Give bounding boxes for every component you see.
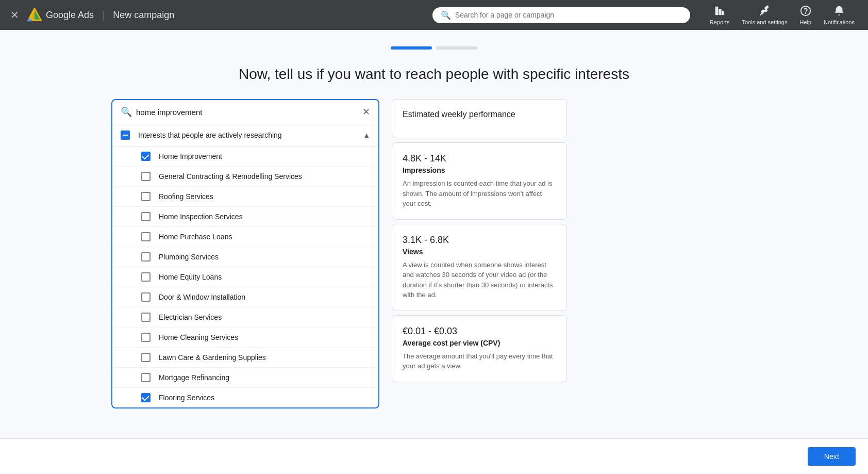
category-label: Interests that people are actively resea… xyxy=(138,131,363,139)
interest-label: Home Equity Loans xyxy=(159,273,222,281)
performance-title: Estimated weekly performance xyxy=(403,110,556,119)
impressions-label: Impressions xyxy=(403,166,556,174)
interest-checkbox[interactable] xyxy=(141,373,151,382)
search-input[interactable] xyxy=(455,11,682,19)
reports-icon xyxy=(714,5,725,18)
interest-label: Home Purchase Loans xyxy=(159,233,232,241)
notifications-button[interactable]: Notifications xyxy=(819,3,860,27)
list-item[interactable]: Roofing Services xyxy=(112,187,378,207)
category-row[interactable]: Interests that people are actively resea… xyxy=(112,124,378,146)
list-item[interactable]: Plumbing Services xyxy=(112,247,378,267)
cpv-label: Average cost per view (CPV) xyxy=(403,339,556,347)
interest-label: Mortgage Refinancing xyxy=(159,373,229,382)
views-desc: A view is counted when someone shows int… xyxy=(403,260,556,300)
app-name: Google Ads xyxy=(46,10,94,21)
list-item[interactable]: Home Cleaning Services xyxy=(112,328,378,348)
svg-rect-6 xyxy=(719,9,722,15)
interest-checkbox[interactable] xyxy=(141,252,151,261)
interest-checkbox[interactable] xyxy=(141,353,151,362)
notifications-icon xyxy=(833,5,845,18)
list-item[interactable]: Electrician Services xyxy=(112,307,378,328)
bottom-action-bar: Next xyxy=(0,438,868,474)
interest-checkbox[interactable] xyxy=(141,272,151,282)
list-item[interactable]: Home Equity Loans xyxy=(112,267,378,287)
search-icon: 🔍 xyxy=(441,10,451,20)
interest-label: Door & Window Installation xyxy=(159,293,245,301)
campaign-name: New campaign xyxy=(113,10,174,21)
interest-label: Home Improvement xyxy=(159,152,222,160)
interest-list: Home ImprovementGeneral Contracting & Re… xyxy=(112,146,378,407)
close-icon: ✕ xyxy=(10,9,19,21)
reports-button[interactable]: Reports xyxy=(705,3,735,27)
interest-checkbox[interactable] xyxy=(141,192,151,201)
interest-checkbox[interactable] xyxy=(141,313,151,322)
svg-point-9 xyxy=(805,13,806,13)
nav-actions: Reports Tools and settings Help Notifica… xyxy=(705,3,860,27)
views-value: 3.1K - 6.8K xyxy=(403,235,556,246)
checkbox-dash xyxy=(123,135,128,136)
interest-label: Roofing Services xyxy=(159,192,213,201)
top-navigation: ✕ Google Ads | New campaign 🔍 Reports T xyxy=(0,0,868,30)
help-icon xyxy=(800,5,811,18)
category-checkbox[interactable] xyxy=(121,130,130,140)
progress-segment-2 xyxy=(436,46,477,50)
list-item[interactable]: General Contracting & Remodelling Servic… xyxy=(112,167,378,187)
list-item[interactable]: Home Purchase Loans xyxy=(112,227,378,247)
tools-button[interactable]: Tools and settings xyxy=(737,3,792,27)
svg-rect-5 xyxy=(715,6,719,15)
interest-checkbox[interactable] xyxy=(141,212,151,221)
interest-search-input[interactable]: home improvement xyxy=(136,108,358,117)
chevron-up-icon[interactable]: ▲ xyxy=(363,131,370,139)
interest-checkbox[interactable] xyxy=(141,393,151,402)
performance-panel: Estimated weekly performance 4.8K - 14K … xyxy=(392,99,567,382)
next-button[interactable]: Next xyxy=(808,447,856,466)
help-button[interactable]: Help xyxy=(794,3,816,27)
reports-label: Reports xyxy=(710,19,730,25)
cpv-card: €0.01 - €0.03 Average cost per view (CPV… xyxy=(392,315,567,382)
search-icon: 🔍 xyxy=(121,106,132,118)
performance-header-card: Estimated weekly performance xyxy=(392,99,567,138)
clear-search-button[interactable]: ✕ xyxy=(362,106,370,118)
search-bar[interactable]: 🔍 xyxy=(432,7,690,23)
list-item[interactable]: Home Improvement xyxy=(112,146,378,167)
tools-icon xyxy=(759,5,770,18)
interest-checkbox[interactable] xyxy=(141,152,151,161)
interest-search-field[interactable]: 🔍 home improvement ✕ xyxy=(112,100,378,124)
interest-panel: 🔍 home improvement ✕ Interests that peop… xyxy=(111,99,379,408)
interest-label: Home Cleaning Services xyxy=(159,333,238,341)
google-ads-logo xyxy=(27,8,42,22)
impressions-card: 4.8K - 14K Impressions An impression is … xyxy=(392,142,567,220)
list-item[interactable]: Mortgage Refinancing xyxy=(112,368,378,388)
notifications-label: Notifications xyxy=(824,19,855,25)
list-item[interactable]: Home Inspection Services xyxy=(112,207,378,227)
help-label: Help xyxy=(799,19,811,25)
cpv-desc: The average amount that you'll pay every… xyxy=(403,351,556,371)
list-item[interactable]: Lawn Care & Gardening Supplies xyxy=(112,348,378,368)
impressions-value: 4.8K - 14K xyxy=(403,153,556,164)
cpv-value: €0.01 - €0.03 xyxy=(403,326,556,337)
list-item[interactable]: Flooring Services xyxy=(112,388,378,407)
interest-label: Lawn Care & Gardening Supplies xyxy=(159,353,266,362)
interest-checkbox[interactable] xyxy=(141,292,151,302)
main-content: Now, tell us if you want to reach people… xyxy=(0,30,868,425)
progress-segment-1 xyxy=(391,46,432,50)
progress-bar xyxy=(391,46,477,50)
list-item[interactable]: Door & Window Installation xyxy=(112,287,378,307)
content-layout: 🔍 home improvement ✕ Interests that peop… xyxy=(99,99,769,408)
tools-label: Tools and settings xyxy=(742,19,787,25)
logo-area: Google Ads xyxy=(27,8,94,22)
interest-checkbox[interactable] xyxy=(141,172,151,181)
views-label: Views xyxy=(403,248,556,256)
svg-rect-7 xyxy=(722,11,724,15)
interest-label: Home Inspection Services xyxy=(159,213,243,221)
interest-label: Flooring Services xyxy=(159,394,214,402)
interest-checkbox[interactable] xyxy=(141,333,151,342)
views-card: 3.1K - 6.8K Views A view is counted when… xyxy=(392,224,567,311)
nav-divider: | xyxy=(102,9,105,21)
page-title: Now, tell us if you want to reach people… xyxy=(239,66,629,83)
close-button[interactable]: ✕ xyxy=(8,7,21,23)
interest-label: Plumbing Services xyxy=(159,253,219,261)
interest-checkbox[interactable] xyxy=(141,232,151,241)
interest-label: Electrician Services xyxy=(159,313,222,321)
impressions-desc: An impression is counted each time that … xyxy=(403,178,556,209)
